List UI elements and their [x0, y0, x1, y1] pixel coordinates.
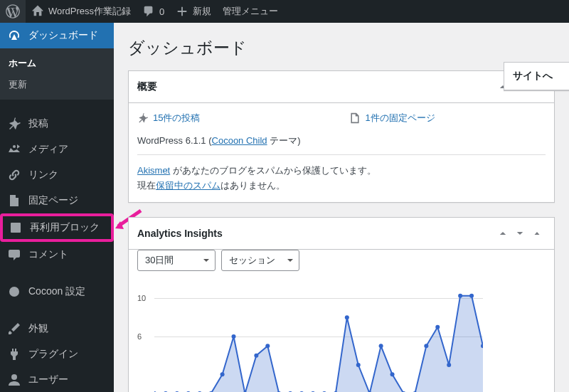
sidebar-item-comments[interactable]: コメント: [0, 242, 114, 267]
panel-toggle[interactable]: [528, 225, 546, 242]
svg-point-33: [469, 293, 474, 297]
overview-posts[interactable]: 15件の投稿: [137, 112, 200, 125]
panel-header: Analytics Insights: [129, 218, 554, 250]
svg-rect-1: [11, 223, 21, 233]
sidebar-item-label: 再利用ブロック: [30, 221, 100, 234]
pages-link[interactable]: 1件の固定ページ: [365, 112, 435, 125]
user-icon: [7, 373, 21, 387]
svg-point-11: [220, 372, 225, 376]
analytics-panel: Analytics Insights 30日間 セッション 610: [128, 217, 555, 392]
sidebar-item-posts[interactable]: 投稿: [0, 111, 114, 137]
svg-point-30: [435, 324, 440, 329]
overview-panel: 概要 15件の投稿 1件の固定ページ WordPress 6.1.1 (Coco…: [128, 70, 555, 203]
block-icon: [9, 221, 23, 235]
main-content: ダッシュボード 概要 15件の投稿 1件の固定ページ WordPres: [114, 23, 569, 392]
page-title: ダッシュボード: [128, 37, 555, 59]
plus-icon: [176, 5, 188, 18]
sidebar-item-dashboard[interactable]: ダッシュボード: [0, 23, 114, 48]
sidebar-item-reusable-blocks[interactable]: 再利用ブロック: [0, 213, 114, 242]
svg-point-29: [424, 344, 428, 348]
wp-version-line: WordPress 6.1.1 (Cocoon Child テーマ): [137, 134, 546, 147]
comments-count: 0: [159, 6, 164, 17]
dashboard-icon: [7, 28, 21, 43]
submenu-home[interactable]: ホーム: [0, 53, 114, 74]
chevron-down-icon: [515, 228, 525, 238]
overview-pages[interactable]: 1件の固定ページ: [349, 112, 435, 125]
svg-point-0: [13, 145, 16, 148]
posts-link[interactable]: 15件の投稿: [153, 112, 200, 125]
sidebar-item-media[interactable]: メディア: [0, 137, 114, 162]
sidebar-item-label: 投稿: [28, 117, 48, 130]
sidebar-item-label: 固定ページ: [28, 194, 78, 207]
site-name-menu[interactable]: WordPress作業記録: [26, 0, 137, 23]
new-label: 新規: [193, 5, 211, 18]
plugin-icon: [7, 347, 21, 361]
sidebar-item-label: 外観: [28, 322, 48, 335]
dashboard-submenu: ホーム 更新: [0, 48, 114, 100]
svg-point-12: [232, 334, 236, 339]
new-content-menu[interactable]: 新規: [170, 0, 217, 23]
panel-header: 概要: [129, 71, 554, 103]
metric-select[interactable]: セッション: [221, 250, 299, 271]
admin-extra-menu[interactable]: 管理メニュー: [217, 0, 284, 23]
chart-container: 610: [129, 280, 554, 392]
site-title: WordPress作業記録: [48, 5, 131, 18]
sidebar-item-label: ユーザー: [28, 374, 68, 386]
akismet-status: Akismet があなたのブログをスパムから保護しています。 現在保留中のスパム…: [137, 154, 546, 194]
panel-move-down[interactable]: [511, 225, 528, 242]
admin-sidebar: ダッシュボード ホーム 更新 投稿 メディア リンク 固定ページ 再利用ブロック…: [0, 23, 114, 392]
cocoon-icon: [7, 285, 21, 299]
sidebar-item-users[interactable]: ユーザー: [0, 367, 114, 392]
svg-point-31: [447, 363, 451, 367]
sidebar-item-plugins[interactable]: プラグイン: [0, 341, 114, 367]
svg-point-3: [11, 374, 17, 380]
akismet-link[interactable]: Akismet: [137, 165, 170, 176]
sidebar-item-links[interactable]: リンク: [0, 162, 114, 188]
sidebar-item-label: ダッシュボード: [28, 29, 98, 42]
sidebar-item-pages[interactable]: 固定ページ: [0, 188, 114, 213]
spam-link[interactable]: 保留中のスパム: [156, 180, 220, 191]
submenu-updates[interactable]: 更新: [0, 74, 114, 95]
svg-point-32: [458, 293, 462, 297]
brush-icon: [7, 322, 21, 336]
pin-icon: [7, 117, 21, 131]
comment-icon: [7, 248, 21, 262]
media-icon: [7, 142, 21, 157]
svg-point-26: [390, 372, 395, 376]
wordpress-icon: [6, 4, 20, 18]
page-icon: [349, 112, 361, 124]
admin-bar: WordPress作業記録 0 新規 管理メニュー: [0, 0, 569, 23]
svg-point-25: [379, 344, 383, 348]
sidebar-item-label: プラグイン: [28, 348, 78, 361]
chevron-up-icon: [498, 228, 508, 238]
svg-point-23: [356, 363, 361, 367]
panel-title: サイトへ: [513, 70, 569, 83]
panel-title: 概要: [137, 80, 494, 93]
svg-point-2: [9, 287, 19, 297]
page-icon: [7, 194, 21, 208]
sidebar-item-label: コメント: [28, 248, 68, 261]
sidebar-item-label: メディア: [28, 143, 68, 156]
svg-point-14: [254, 353, 258, 357]
panel-body: 15件の投稿 1件の固定ページ WordPress 6.1.1 (Cocoon …: [129, 103, 554, 202]
sidebar-item-cocoon[interactable]: Cocoon 設定: [0, 279, 114, 304]
sidebar-item-label: Cocoon 設定: [28, 285, 85, 298]
wp-logo-menu[interactable]: [0, 0, 26, 23]
caret-up-icon: [532, 228, 542, 238]
comments-menu[interactable]: 0: [137, 0, 170, 23]
comment-icon: [142, 5, 155, 18]
home-icon: [31, 5, 44, 18]
theme-link[interactable]: Cocoon Child: [212, 135, 267, 146]
link-icon: [7, 168, 21, 182]
panel-title: Analytics Insights: [137, 228, 494, 239]
sidebar-item-label: リンク: [28, 169, 58, 181]
sidebar-item-appearance[interactable]: 外観: [0, 316, 114, 341]
period-select[interactable]: 30日間: [137, 250, 216, 271]
pin-icon: [137, 112, 149, 124]
panel-move-up[interactable]: [494, 225, 511, 242]
site-health-panel: サイトへ: [504, 62, 569, 91]
svg-point-22: [345, 315, 349, 319]
svg-point-15: [265, 344, 270, 348]
svg-marker-4: [154, 295, 483, 392]
